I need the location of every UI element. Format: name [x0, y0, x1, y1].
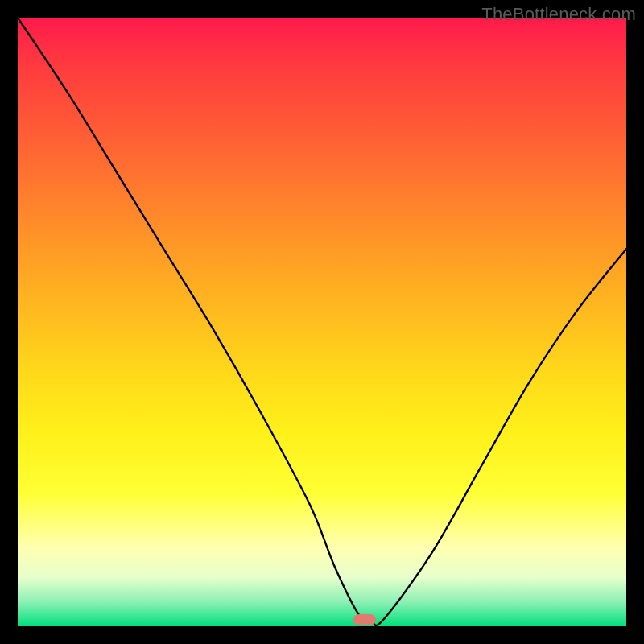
plot-area: [18, 18, 626, 626]
chart-frame: TheBottleneck.com: [0, 0, 644, 644]
optimal-point-marker: [353, 614, 376, 625]
watermark-text: TheBottleneck.com: [481, 4, 636, 25]
bottleneck-curve: [18, 18, 626, 626]
